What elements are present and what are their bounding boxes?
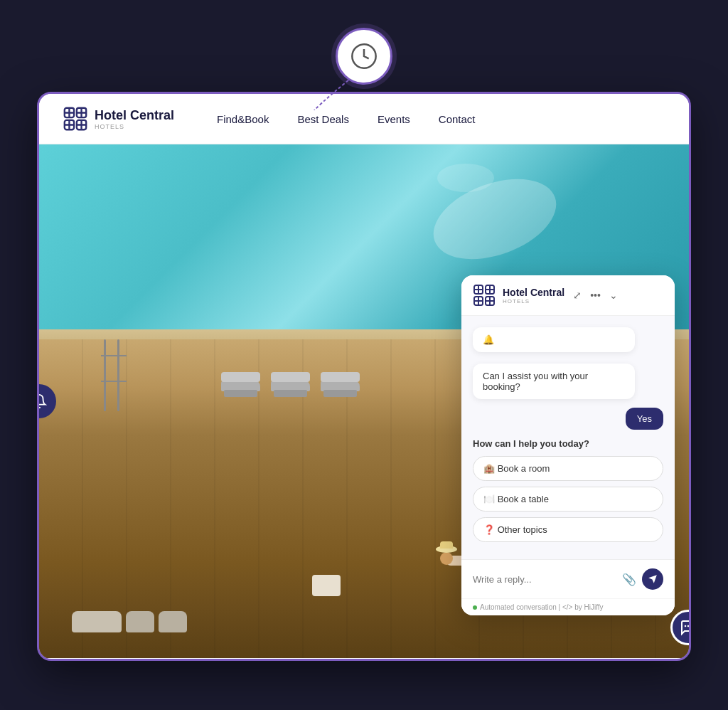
chat-hotel-subtitle: HOTELS bbox=[503, 298, 564, 304]
chat-input-area: 📎 bbox=[461, 559, 675, 598]
chat-input[interactable] bbox=[473, 574, 616, 585]
main-scene: Hotel Central HOTELS Find&Book Best Deal… bbox=[37, 28, 691, 682]
chat-header: Hotel Central HOTELS ⤢ ••• ⌄ bbox=[461, 275, 675, 316]
question-emoji: ❓ bbox=[483, 524, 498, 535]
clock-icon bbox=[350, 42, 378, 70]
option-other-topics[interactable]: ❓ Other topics bbox=[473, 517, 663, 542]
chatbot-icon bbox=[680, 619, 689, 636]
expand-button[interactable]: ⤢ bbox=[572, 288, 583, 302]
notification-bubble: 🔔 bbox=[473, 327, 635, 352]
lounge-chairs bbox=[221, 381, 360, 391]
nav-find-book[interactable]: Find&Book bbox=[217, 113, 269, 125]
more-button[interactable]: ••• bbox=[589, 288, 602, 302]
nav-best-deals[interactable]: Best Deals bbox=[297, 113, 349, 125]
side-table bbox=[312, 575, 341, 596]
collapse-button[interactable]: ⌄ bbox=[608, 288, 619, 302]
help-label: How can I help you today? bbox=[473, 438, 663, 449]
send-icon bbox=[648, 574, 658, 584]
chat-widget: Hotel Central HOTELS ⤢ ••• ⌄ 🔔 bbox=[461, 275, 675, 615]
option-book-table[interactable]: 🍽️ Book a table bbox=[473, 487, 663, 512]
nav-events[interactable]: Events bbox=[378, 113, 410, 125]
hotel-name: Hotel Central bbox=[95, 108, 174, 123]
hotel-logo: Hotel Central HOTELS bbox=[62, 105, 174, 132]
nav-contact[interactable]: Contact bbox=[439, 113, 476, 125]
attachment-button[interactable]: 📎 bbox=[622, 573, 636, 586]
chat-body: 🔔 Can I assist you with your booking? Ye… bbox=[461, 316, 675, 559]
chat-hotel-name: Hotel Central bbox=[503, 287, 564, 298]
user-message-1: Yes bbox=[626, 408, 663, 430]
logo-icon bbox=[62, 105, 89, 132]
chat-logo-icon bbox=[473, 284, 496, 307]
send-button[interactable] bbox=[642, 568, 663, 590]
book-table-label: Book a table bbox=[498, 494, 549, 504]
sofa-area bbox=[72, 611, 187, 632]
clock-badge bbox=[336, 28, 392, 85]
status-dot bbox=[473, 605, 477, 610]
chat-header-actions: ⤢ ••• ⌄ bbox=[572, 288, 619, 302]
book-room-label: Book a room bbox=[498, 463, 550, 474]
room-emoji: 🏨 bbox=[483, 463, 498, 474]
browser-window: Hotel Central HOTELS Find&Book Best Deal… bbox=[37, 92, 691, 661]
chat-footer: Automated conversation | </> by HiJiffy bbox=[461, 598, 675, 615]
option-book-room[interactable]: 🏨 Book a room bbox=[473, 456, 663, 481]
hotel-subtitle: HOTELS bbox=[95, 123, 174, 130]
bell-icon: 🔔 bbox=[483, 334, 494, 345]
footer-text: Automated conversation | </> by HiJiffy bbox=[480, 603, 604, 611]
bot-message-1: Can I assist you with your booking? bbox=[473, 364, 635, 399]
other-topics-label: Other topics bbox=[498, 524, 547, 535]
pool-photo: Hotel Central HOTELS ⤢ ••• ⌄ 🔔 bbox=[39, 144, 689, 658]
main-nav: Find&Book Best Deals Events Contact bbox=[217, 113, 475, 125]
table-emoji: 🍽️ bbox=[483, 494, 498, 504]
